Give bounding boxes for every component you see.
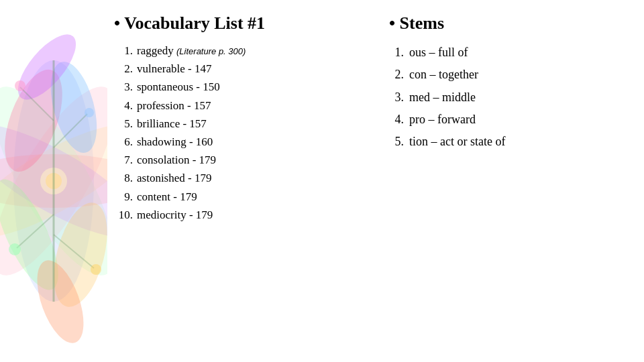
vocab-item-text: brilliance - 157 — [137, 115, 207, 133]
vocab-item-text: content - 179 — [137, 188, 197, 206]
svg-point-22 — [9, 243, 21, 255]
vocab-item: 4.profession - 157 — [114, 97, 356, 115]
vocab-list: 1.raggedy (Literature p. 300)2.vulnerabl… — [114, 42, 356, 224]
vocab-item: 1.raggedy (Literature p. 300) — [114, 42, 356, 60]
vocab-item-num: 2. — [114, 60, 133, 78]
vocab-item-num: 10. — [114, 206, 133, 224]
stems-title: • Stems — [389, 13, 631, 34]
vocab-item: 6.shadowing - 160 — [114, 133, 356, 151]
stem-item-text: ous – full of — [409, 42, 468, 64]
stems-section: • Stems 1.ous – full of2.con – together3… — [362, 0, 644, 362]
stem-item-num: 5. — [389, 131, 404, 153]
stem-item-num: 2. — [389, 64, 404, 86]
vocab-item-text: spontaneous - 150 — [137, 78, 220, 96]
stem-item-text: tion – act or state of — [409, 131, 505, 153]
svg-point-21 — [85, 108, 94, 117]
stem-item-num: 1. — [389, 42, 404, 64]
vocab-item-text: consolation - 179 — [137, 151, 216, 169]
stem-item-num: 3. — [389, 86, 404, 109]
stem-item: 5.tion – act or state of — [389, 131, 631, 153]
vocab-item-text: mediocrity - 179 — [137, 206, 213, 224]
vocab-item-num: 6. — [114, 133, 133, 151]
stem-item: 2.con – together — [389, 64, 631, 86]
vocab-item: 8.astonished - 179 — [114, 169, 356, 187]
vocab-title: • Vocabulary List #1 — [114, 13, 356, 34]
vocab-item-num: 9. — [114, 188, 133, 206]
vocab-item-num: 1. — [114, 42, 133, 60]
vocab-item: 5.brilliance - 157 — [114, 115, 356, 133]
floral-decoration — [0, 0, 107, 362]
stem-item-text: con – together — [409, 64, 478, 86]
stem-item: 4.pro – forward — [389, 109, 631, 131]
main-content: • Vocabulary List #1 1.raggedy (Literatu… — [101, 0, 644, 362]
vocab-item-note: (Literature p. 300) — [176, 46, 246, 56]
vocab-item-text: vulnerable - 147 — [137, 60, 211, 78]
stem-item-num: 4. — [389, 109, 404, 131]
vocab-item-num: 3. — [114, 78, 133, 96]
vocab-item-num: 8. — [114, 169, 133, 187]
vocab-item: 2.vulnerable - 147 — [114, 60, 356, 78]
vocab-item-num: 7. — [114, 151, 133, 169]
vocab-item-text: astonished - 179 — [137, 169, 211, 187]
stem-item: 3.med – middle — [389, 86, 631, 109]
vocab-item-text: shadowing - 160 — [137, 133, 213, 151]
vocab-item: 7.consolation - 179 — [114, 151, 356, 169]
stem-item-text: pro – forward — [409, 109, 476, 131]
stem-item-text: med – middle — [409, 86, 476, 109]
vocab-item-text: profession - 157 — [137, 97, 211, 115]
svg-point-20 — [15, 80, 25, 91]
vocab-item: 3.spontaneous - 150 — [114, 78, 356, 96]
vocab-item: 9.content - 179 — [114, 188, 356, 206]
stem-item: 1.ous – full of — [389, 42, 631, 64]
vocab-item-num: 4. — [114, 97, 133, 115]
stems-list: 1.ous – full of2.con – together3.med – m… — [389, 42, 631, 153]
vocab-item-text: raggedy (Literature p. 300) — [137, 42, 246, 60]
vocab-item-num: 5. — [114, 115, 133, 133]
vocab-section: • Vocabulary List #1 1.raggedy (Literatu… — [101, 0, 362, 362]
vocab-item: 10.mediocrity - 179 — [114, 206, 356, 224]
svg-point-23 — [91, 264, 101, 275]
